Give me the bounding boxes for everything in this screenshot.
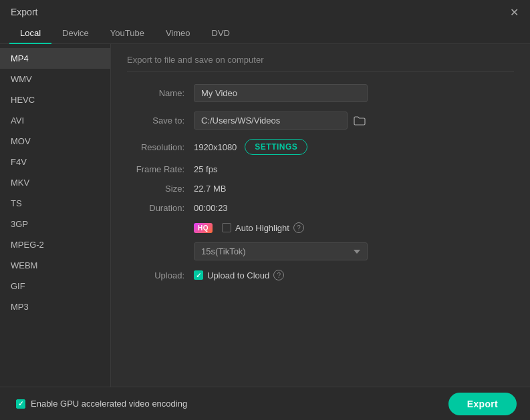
name-row: Name: (127, 84, 514, 102)
settings-button[interactable]: SETTINGS (245, 139, 307, 155)
frame-rate-label: Frame Rate: (127, 164, 194, 174)
tab-bar: Local Device YouTube Vimeo DVD (0, 23, 530, 44)
sidebar-item-f4v[interactable]: F4V (0, 152, 110, 172)
resolution-value: 1920x1080 (194, 142, 237, 152)
sidebar-item-gif[interactable]: GIF (0, 276, 110, 296)
sidebar-item-mp4[interactable]: MP4 (0, 48, 110, 69)
tab-youtube[interactable]: YouTube (100, 23, 155, 43)
export-content: Export to file and save on computer Name… (110, 44, 530, 405)
sidebar-item-3gp[interactable]: 3GP (0, 214, 110, 234)
duration-value: 00:00:23 (194, 203, 228, 213)
highlight-dropdown-row: 15s(TikTok) (127, 242, 514, 260)
save-to-label: Save to: (127, 116, 194, 126)
dialog-title: Export (11, 7, 37, 17)
title-bar: Export ✕ (0, 0, 530, 23)
gpu-encoding-row: Enable GPU accelerated video encoding (16, 399, 187, 409)
resolution-value-container: 1920x1080 SETTINGS (194, 139, 307, 155)
save-to-row: Save to: (127, 112, 514, 130)
gpu-encoding-label: Enable GPU accelerated video encoding (31, 399, 187, 409)
tab-vimeo[interactable]: Vimeo (155, 23, 201, 43)
upload-to-cloud-label: Upload to Cloud (207, 270, 269, 280)
close-button[interactable]: ✕ (509, 7, 519, 17)
export-button[interactable]: Export (448, 393, 517, 415)
sidebar-item-webm[interactable]: WEBM (0, 255, 110, 276)
bottom-bar: Enable GPU accelerated video encoding Ex… (0, 387, 530, 420)
resolution-label: Resolution: (127, 142, 194, 152)
upload-label: Upload: (127, 270, 194, 280)
sidebar-item-wmv[interactable]: WMV (0, 69, 110, 89)
sidebar-item-hevc[interactable]: HEVC (0, 89, 110, 110)
frame-rate-value: 25 fps (194, 164, 217, 174)
browse-folder-button[interactable] (352, 113, 368, 129)
gpu-encoding-checkbox[interactable] (16, 399, 25, 409)
upload-container: Upload to Cloud ? (194, 270, 284, 280)
tab-dvd[interactable]: DVD (201, 23, 241, 43)
sidebar-item-mpeg2[interactable]: MPEG-2 (0, 234, 110, 255)
sidebar-item-avi[interactable]: AVI (0, 110, 110, 131)
sidebar-item-mp3[interactable]: MP3 (0, 296, 110, 317)
size-row: Size: 22.7 MB (127, 184, 514, 194)
duration-row: Duration: 00:00:23 (127, 203, 514, 213)
hq-badge: HQ (194, 223, 213, 233)
sidebar-item-mov[interactable]: MOV (0, 131, 110, 152)
duration-label: Duration: (127, 203, 194, 213)
auto-highlight-checkbox[interactable] (222, 223, 231, 232)
name-input[interactable] (194, 84, 368, 102)
sidebar-item-mkv[interactable]: MKV (0, 172, 110, 193)
upload-row: Upload: Upload to Cloud ? (127, 270, 514, 280)
export-description: Export to file and save on computer (127, 55, 514, 72)
save-to-container (194, 112, 368, 130)
highlight-duration-dropdown[interactable]: 15s(TikTok) (194, 242, 368, 260)
auto-highlight-label: Auto Highlight (235, 223, 289, 233)
name-label: Name: (127, 88, 194, 98)
sidebar-item-ts[interactable]: TS (0, 193, 110, 214)
upload-help-icon[interactable]: ? (273, 270, 284, 280)
save-path-input[interactable] (194, 112, 348, 130)
upload-to-cloud-checkbox[interactable] (194, 270, 203, 280)
auto-highlight-row: HQ Auto Highlight ? (127, 222, 514, 233)
main-area: MP4 WMV HEVC AVI MOV F4V MKV TS 3GP MPEG… (0, 44, 530, 405)
size-label: Size: (127, 184, 194, 194)
size-value: 22.7 MB (194, 184, 226, 194)
tab-local[interactable]: Local (9, 23, 51, 43)
auto-highlight-help-icon[interactable]: ? (293, 222, 304, 233)
auto-highlight-container: HQ Auto Highlight ? (194, 222, 304, 233)
resolution-row: Resolution: 1920x1080 SETTINGS (127, 139, 514, 155)
frame-rate-row: Frame Rate: 25 fps (127, 164, 514, 174)
tab-device[interactable]: Device (51, 23, 100, 43)
format-sidebar: MP4 WMV HEVC AVI MOV F4V MKV TS 3GP MPEG… (0, 44, 110, 405)
